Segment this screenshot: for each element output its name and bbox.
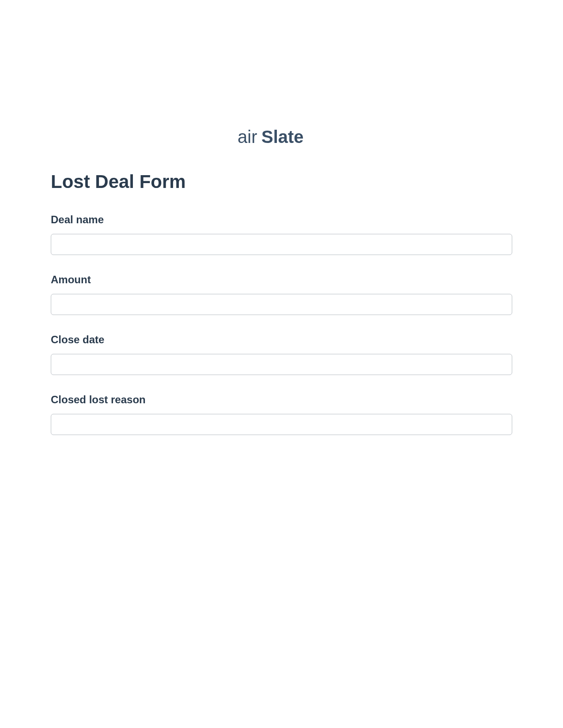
- airslate-logo: air Slate: [238, 128, 326, 149]
- amount-label: Amount: [51, 274, 512, 286]
- logo-container: air Slate: [51, 128, 512, 149]
- svg-text:Slate: Slate: [261, 128, 304, 146]
- form-group-close-date: Close date: [51, 334, 512, 375]
- deal-name-label: Deal name: [51, 214, 512, 226]
- form-group-amount: Amount: [51, 274, 512, 315]
- deal-name-input[interactable]: [51, 234, 512, 255]
- svg-text:air: air: [238, 128, 257, 146]
- closed-lost-reason-label: Closed lost reason: [51, 394, 512, 406]
- close-date-input[interactable]: [51, 354, 512, 375]
- form-title: Lost Deal Form: [51, 171, 512, 192]
- close-date-label: Close date: [51, 334, 512, 346]
- amount-input[interactable]: [51, 294, 512, 315]
- form-group-closed-lost-reason: Closed lost reason: [51, 394, 512, 435]
- form-group-deal-name: Deal name: [51, 214, 512, 255]
- closed-lost-reason-input[interactable]: [51, 414, 512, 435]
